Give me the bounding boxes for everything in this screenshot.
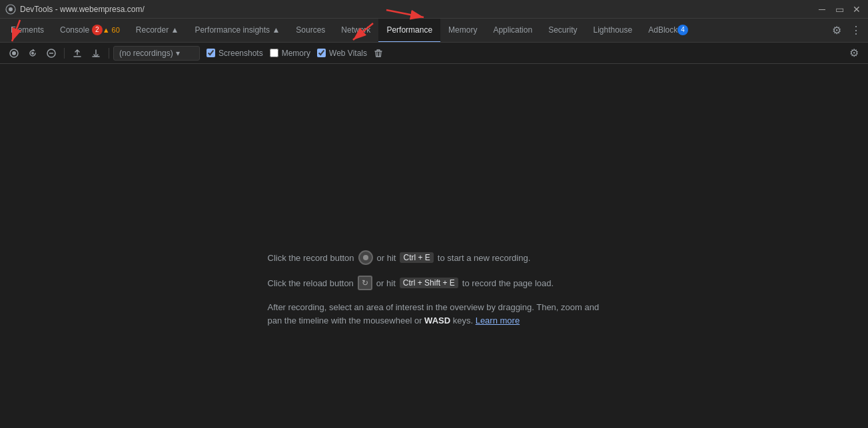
chrome-icon [5,4,16,15]
instruction-record: Click the record button or hit Ctrl + E … [268,250,601,265]
tab-lighthouse[interactable]: Lighthouse [586,19,641,43]
screenshots-checkbox-label[interactable]: Screenshots [207,49,263,58]
maximize-button[interactable]: ▭ [833,3,845,15]
instruction-record-or: or hit [377,253,396,263]
record-icon [9,49,19,58]
performance-toolbar: (no recordings) ▾ Screenshots Memory Web… [0,43,868,64]
download-icon [91,49,101,58]
upload-profile-button[interactable] [69,45,86,62]
clear-icon [47,49,56,58]
svg-point-3 [12,51,16,55]
tab-bar: Elements Console 2 ▲ 60 Recorder ▲ Perfo… [0,19,868,43]
memory-checkbox[interactable] [270,49,278,57]
trash-icon [374,49,383,58]
web-vitals-checkbox-label[interactable]: Web Vitals [317,49,367,58]
reload-and-record-button[interactable] [24,45,41,62]
dropdown-arrow-icon: ▾ [176,49,180,58]
delete-recordings-button[interactable] [371,46,386,61]
error-badge: 2 [92,25,103,35]
window-controls: ─ ▭ ✕ [816,3,863,15]
tab-console[interactable]: Console 2 ▲ 60 [52,19,128,43]
memory-label: Memory [282,49,310,58]
tab-security[interactable]: Security [540,19,585,43]
tab-recorder[interactable]: Recorder ▲ [128,19,187,43]
instruction-note: After recording, select an area of inter… [268,301,601,327]
upload-icon [73,49,82,58]
learn-more-link[interactable]: Learn more [476,316,520,325]
record-shortcut: Ctrl + E [400,252,433,263]
instruction-note-text: After recording, select an area of inter… [268,302,600,325]
tab-elements[interactable]: Elements [3,19,52,43]
instruction-record-pre: Click the record button [268,253,354,263]
save-profile-button[interactable] [87,45,105,62]
tab-memory[interactable]: Memory [440,19,485,43]
instruction-reload-post: to record the page load. [462,278,554,288]
performance-settings-button[interactable]: ⚙ [845,45,863,62]
svg-point-1 [9,7,13,11]
title-bar: DevTools - www.webempresa.com/ ─ ▭ ✕ [0,0,868,19]
web-vitals-label: Web Vitals [329,49,367,58]
devtools-settings-icon[interactable]: ⚙ [827,24,847,37]
reload-shortcut: Ctrl + Shift + E [400,278,458,288]
instruction-reload: Click the reload button ↻ or hit Ctrl + … [268,276,601,290]
toolbar-divider-1 [64,48,65,59]
close-button[interactable]: ✕ [851,3,863,15]
instruction-record-post: to start a new recording. [438,253,530,263]
svg-point-4 [31,52,34,55]
toolbar-divider-2 [109,48,109,59]
instructions-panel: Click the record button or hit Ctrl + E … [268,250,601,327]
clear-recordings-button[interactable] [43,45,60,62]
main-content: Click the record button or hit Ctrl + E … [0,64,868,327]
record-button-icon [358,250,373,265]
tab-adblock[interactable]: AdBlock 4 [640,19,696,43]
screenshots-checkbox[interactable] [207,49,215,57]
instruction-reload-pre: Click the reload button [268,278,354,288]
memory-checkbox-label[interactable]: Memory [270,49,310,58]
window-title: DevTools - www.webempresa.com/ [20,5,816,14]
tab-performance-insights[interactable]: Performance insights ▲ [187,19,288,43]
web-vitals-checkbox[interactable] [317,49,326,57]
tab-network[interactable]: Network [333,19,378,43]
tab-application[interactable]: Application [485,19,540,43]
record-button[interactable] [5,45,23,62]
recordings-dropdown[interactable]: (no recordings) ▾ [113,46,200,61]
reload-button-icon: ↻ [358,276,372,290]
warning-badge: ▲ 60 [103,26,120,34]
record-dot [363,255,368,260]
tab-performance[interactable]: Performance [378,19,440,43]
recordings-dropdown-value: (no recordings) [119,49,173,58]
minimize-button[interactable]: ─ [816,3,828,15]
screenshots-label: Screenshots [218,49,263,58]
reload-record-icon [28,49,37,58]
adblock-badge: 4 [677,25,688,35]
instruction-reload-or: or hit [376,278,396,288]
devtools-more-icon[interactable]: ⋮ [847,24,865,37]
tab-sources[interactable]: Sources [288,19,333,43]
